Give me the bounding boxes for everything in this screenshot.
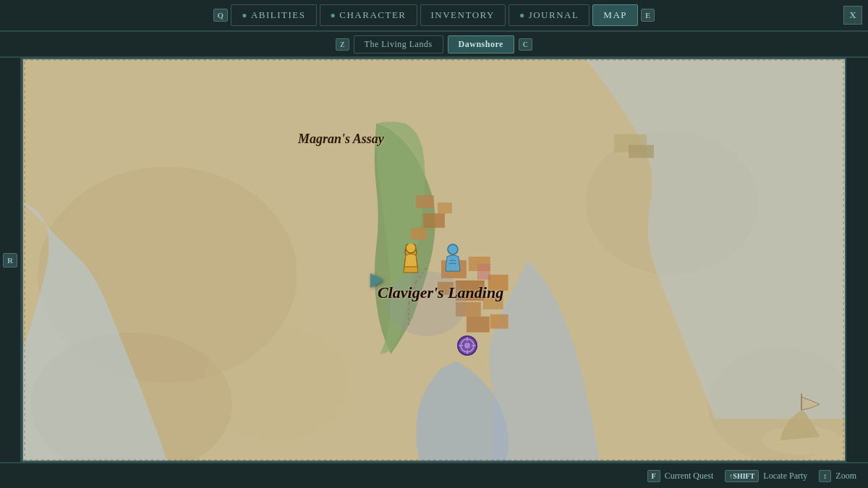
zoom-label: Zoom [835,471,856,481]
map-key: E [641,9,655,22]
current-quest-item: F Current Quest [647,470,714,482]
zoom-item: ↕ Zoom [819,470,856,482]
tab-abilities[interactable]: ● ABILITIES [231,4,316,26]
svg-point-4 [203,325,347,440]
abilities-label: ABILITIES [251,9,306,21]
svg-rect-19 [477,264,490,280]
tab-inventory[interactable]: INVENTORY [420,4,506,26]
living-lands-tab[interactable]: The Living Lands [354,35,443,53]
zoom-key: ↕ [819,470,831,482]
svg-rect-6 [416,195,434,208]
locate-party-key: ↑SHIFT [725,470,759,482]
next-area-key: C [519,38,532,51]
abilities-icon: ● [242,10,248,21]
tab-map[interactable]: MAP [592,4,638,26]
tab-character[interactable]: ● CHARACTER [320,4,417,26]
current-quest-key: F [647,470,660,482]
svg-rect-8 [423,213,445,228]
current-quest-label: Current Quest [665,471,714,481]
close-button[interactable]: X [843,6,862,25]
map-svg [23,59,845,461]
svg-rect-18 [490,314,509,329]
top-navigation: Q ● ABILITIES ● CHARACTER INVENTORY ● JO… [0,0,868,32]
journal-icon: ● [519,10,526,21]
dawnshore-tab[interactable]: Dawnshore [448,35,514,53]
svg-rect-7 [438,202,452,213]
svg-rect-28 [629,145,654,158]
journal-label: JOURNAL [529,9,579,21]
map-label: MAP [603,9,627,21]
player-direction-marker [370,273,383,288]
svg-point-23 [387,271,467,336]
sidebar-r-key[interactable]: R [3,253,17,267]
character-label: CHARACTER [339,9,406,21]
tab-journal[interactable]: ● JOURNAL [509,4,590,26]
svg-rect-16 [483,296,503,309]
sidebar-left: R [0,58,22,462]
locate-party-item: ↑SHIFT Locate Party [725,470,807,482]
map-viewport[interactable]: Magran's Assay Claviger's Landing [22,58,846,462]
inventory-label: INVENTORY [431,9,495,21]
abilities-key: Q [213,9,229,22]
prev-area-key: Z [336,38,349,51]
status-bar: F Current Quest ↑SHIFT Locate Party ↕ Zo… [0,462,868,488]
svg-rect-9 [411,228,427,239]
svg-rect-13 [488,275,509,291]
locate-party-label: Locate Party [763,471,807,481]
svg-rect-17 [467,317,490,333]
map-area-navigation: Z The Living Lands Dawnshore C [0,32,868,58]
character-icon: ● [331,10,337,21]
